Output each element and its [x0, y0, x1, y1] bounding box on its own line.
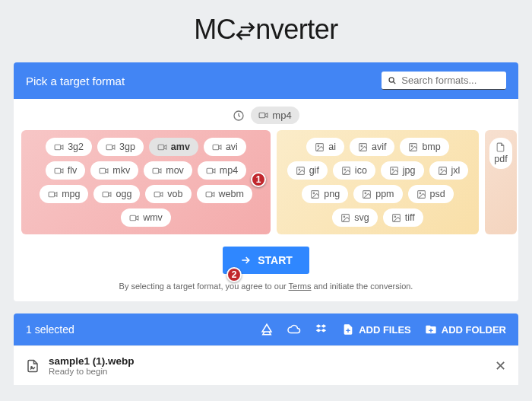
chip-label: 3gp [119, 142, 135, 152]
chip-label: tiff [405, 212, 415, 223]
format-panels: 3g23gpamvaviflvmkvmovmp4mpgoggvobwebmwmv… [14, 130, 518, 242]
format-chip-mkv[interactable]: mkv [90, 161, 138, 180]
app-logo: MCnverter [194, 14, 338, 45]
chip-label: jpg [403, 165, 416, 176]
image-icon [389, 166, 399, 176]
format-chip-3g2[interactable]: 3g2 [46, 138, 92, 156]
chip-label: ogg [116, 189, 131, 199]
image-icon [438, 166, 448, 176]
svg-rect-12 [49, 192, 55, 197]
format-chip-avi[interactable]: avi [204, 138, 246, 156]
video-icon [106, 142, 116, 152]
image-panel: aiavifbmpgificojpgjxlpngppmpsdsvgtiff [277, 130, 479, 234]
svg-rect-14 [154, 192, 160, 197]
file-status: Ready to begin [49, 367, 135, 376]
format-chip-svg[interactable]: svg [332, 208, 377, 227]
gdrive-icon[interactable] [260, 323, 274, 336]
chip-label: jxl [451, 165, 461, 176]
terms-link[interactable]: Terms [289, 282, 312, 291]
svg-point-30 [441, 169, 442, 170]
video-icon [205, 189, 215, 199]
chip-label: ppm [375, 189, 394, 199]
format-chip-ppm[interactable]: ppm [353, 185, 402, 203]
format-chip-avif[interactable]: avif [350, 138, 394, 156]
chip-label: gif [309, 165, 319, 176]
folder-plus-icon [425, 323, 437, 336]
picker-title: Pick a target format [26, 75, 125, 88]
svg-point-26 [344, 169, 346, 170]
format-chip-wmv[interactable]: wmv [121, 208, 171, 227]
chip-label: mpg [62, 189, 80, 199]
chip-label: avif [372, 142, 386, 152]
svg-point-36 [420, 193, 421, 194]
video-icon [54, 166, 64, 176]
format-chip-bmp[interactable]: bmp [400, 138, 448, 156]
search-box[interactable] [382, 72, 506, 90]
chip-label: wmv [143, 212, 163, 223]
chip-label: mov [166, 165, 184, 176]
svg-rect-4 [55, 145, 61, 150]
svg-point-28 [392, 169, 394, 170]
remove-file-button[interactable]: ✕ [495, 358, 506, 374]
format-chip-ogg[interactable]: ogg [93, 185, 140, 203]
format-chip-3gp[interactable]: 3gp [97, 138, 144, 156]
video-icon [99, 166, 109, 176]
format-chip-webm[interactable]: webm [197, 185, 252, 203]
svg-rect-16 [130, 215, 136, 221]
chip-label: ai [328, 142, 336, 152]
video-icon [129, 213, 139, 223]
format-chip-mp4[interactable]: mp4 [198, 161, 246, 180]
file-name: sample1 (1).webp [49, 355, 135, 367]
chip-label: avi [226, 142, 238, 152]
svg-rect-5 [106, 145, 112, 150]
chip-label: 3g2 [68, 142, 84, 152]
dropbox-icon[interactable] [315, 323, 328, 336]
cloud-icon[interactable] [287, 323, 301, 336]
chip-label: amv [171, 142, 190, 152]
file-plus-icon [342, 323, 354, 336]
format-chip-jxl[interactable]: jxl [429, 161, 469, 180]
svg-point-34 [365, 193, 366, 194]
add-folder-button[interactable]: ADD FOLDER [425, 323, 506, 336]
recent-row: mp4 [14, 99, 518, 130]
chip-label: pdf [494, 154, 507, 164]
format-chip-flv[interactable]: flv [46, 161, 86, 180]
format-chip-pdf[interactable]: pdf [489, 138, 511, 169]
image-icon [391, 213, 401, 223]
svg-point-18 [318, 145, 319, 147]
format-chip-ico[interactable]: ico [333, 161, 375, 180]
format-chip-mov[interactable]: mov [144, 161, 192, 180]
annotation-2: 2 [226, 267, 242, 282]
format-chip-ai[interactable]: ai [306, 138, 344, 156]
format-chip-psd[interactable]: psd [408, 185, 454, 203]
video-icon [102, 189, 112, 199]
doc-panel: pdf [485, 130, 517, 234]
format-chip-gif[interactable]: gif [287, 161, 328, 180]
chip-label: bmp [422, 142, 440, 152]
video-icon [152, 166, 162, 176]
format-chip-tiff[interactable]: tiff [383, 208, 423, 227]
svg-line-1 [393, 81, 395, 84]
video-icon [54, 142, 64, 152]
format-chip-png[interactable]: png [302, 185, 348, 203]
arrow-right-icon [239, 254, 252, 266]
search-input[interactable] [401, 75, 500, 86]
file-row: sample1 (1).webp Ready to begin ✕ [14, 345, 518, 385]
video-icon [48, 189, 58, 199]
add-files-button[interactable]: ADD FILES [342, 323, 411, 336]
format-chip-amv[interactable]: amv [149, 138, 198, 156]
chip-label: svg [354, 212, 369, 223]
format-chip-vob[interactable]: vob [145, 185, 191, 203]
image-icon [296, 166, 306, 176]
format-chip-mpg[interactable]: mpg [40, 185, 88, 203]
svg-point-40 [394, 216, 396, 218]
search-icon [388, 75, 397, 86]
chip-label: psd [430, 189, 445, 199]
image-icon [408, 142, 418, 152]
start-row: START [14, 242, 518, 282]
image-icon [315, 142, 325, 152]
svg-point-0 [389, 77, 394, 81]
chip-label: flv [68, 165, 78, 176]
format-chip-jpg[interactable]: jpg [381, 161, 424, 180]
recent-chip[interactable]: mp4 [251, 107, 299, 124]
